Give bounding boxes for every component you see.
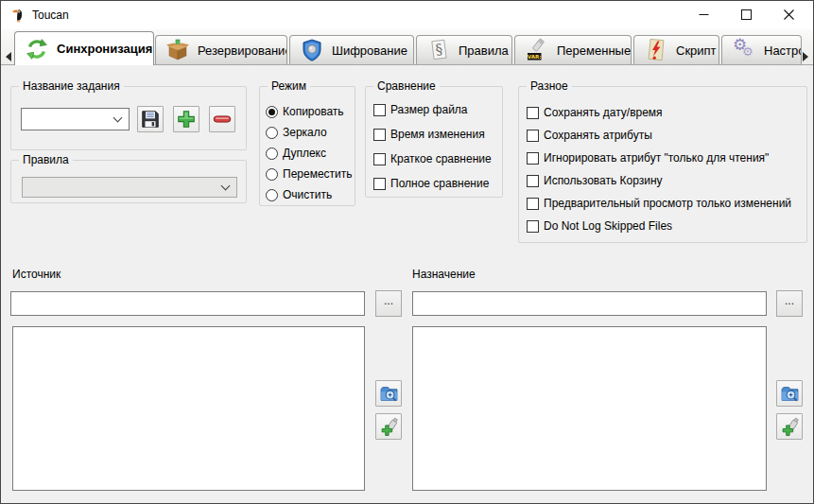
radio-button[interactable] [266,148,278,160]
radio-label: Очистить [283,188,332,201]
checkbox[interactable] [373,153,386,165]
tab-label: Резервирование [198,43,287,58]
group-comparison-label: Сравнение [373,79,440,93]
source-list[interactable] [12,326,365,491]
checkbox-label: Время изменения [390,128,485,141]
usb-add-icon [379,417,399,437]
tab-variables[interactable]: VAR: Переменные [514,35,632,64]
usb-add-icon [780,417,800,437]
radio-mode-duplex[interactable]: Дуплекс [266,144,355,163]
tab-scroll-right-icon[interactable] [800,50,811,63]
save-job-button[interactable] [137,106,164,132]
tab-label: Скрипт [676,43,717,58]
group-rules-label: Правила [19,153,73,166]
tab-label: Правила [459,43,509,58]
destination-expand-button[interactable] [776,380,803,407]
tab-label: Шифрование [332,43,407,58]
group-mode-label: Режим [268,79,310,93]
checkbox-full-compare[interactable]: Полное сравнение [373,174,502,193]
radio-label: Дуплекс [283,147,326,160]
source-expand-button[interactable] [375,380,402,407]
checkbox-ignore-readonly[interactable]: Игнорировать атрибут "только для чтения" [527,148,806,167]
destination-insert-variable-button[interactable] [776,413,803,440]
checkbox[interactable] [373,178,386,190]
radio-label: Переместить [283,167,353,181]
remove-minus-icon [212,109,233,130]
radio-button[interactable] [266,168,278,181]
checkbox-label: Игнорировать атрибут "только для чтения" [544,151,769,165]
radio-button[interactable] [266,106,278,118]
maximize-icon[interactable] [725,1,768,28]
checkbox-use-recycle-bin[interactable]: Использовать Корзину [527,171,806,190]
job-name-combobox[interactable] [21,108,130,130]
tab-script[interactable]: Скрипт [633,35,719,64]
checkbox[interactable] [373,129,386,141]
radio-mode-mirror[interactable]: Зеркало [266,123,355,142]
radio-button[interactable] [266,127,278,139]
radio-mode-copy[interactable]: Копировать [266,102,355,121]
checkbox[interactable] [527,220,539,233]
checkbox-no-log-skipped[interactable]: Do Not Log Skipped Files [527,217,806,235]
radio-mode-move[interactable]: Переместить [266,165,355,183]
tab-rules[interactable]: § Правила [416,35,512,64]
backup-box-icon [165,38,190,62]
toucan-icon[interactable] [10,8,26,23]
tab-label: Синхронизация [57,42,152,56]
folder-zoom-icon [780,384,800,404]
tab-scroll-left-icon[interactable] [3,50,14,63]
destination-path-input[interactable] [412,291,767,316]
group-comparison: Сравнение Размер файла Время изменения К… [365,86,503,198]
window-title: Toucan [32,1,69,29]
tab-bar: Синхронизация Резервирование [1,29,813,65]
radio-button[interactable] [266,189,278,201]
add-job-button[interactable] [173,106,199,132]
save-floppy-icon [140,109,161,130]
radio-mode-clean[interactable]: Очистить [266,185,355,204]
source-label: Источник [12,268,61,281]
checkbox-keep-datetime[interactable]: Сохранять дату/время [527,103,806,122]
checkbox[interactable] [527,107,539,119]
destination-list[interactable] [412,326,767,491]
svg-text:VAR:: VAR: [528,54,542,60]
checkbox-label: Do Not Log Skipped Files [544,219,672,233]
chevron-down-icon [113,113,123,122]
source-path-input[interactable] [10,291,365,316]
checkbox-file-size[interactable]: Размер файла [373,100,502,119]
chevron-down-icon [221,181,231,190]
rules-combobox[interactable] [22,177,237,198]
title-bar[interactable]: Toucan [1,1,813,29]
minimize-icon[interactable] [683,1,725,28]
close-icon[interactable] [768,1,810,28]
tab-encryption[interactable]: Шифрование [289,35,414,64]
app-window: Toucan Синхронизация [0,0,814,504]
group-job-name: Название задания [10,86,247,150]
radio-label: Зеркало [283,126,327,139]
tab-synchronization[interactable]: Синхронизация [14,31,154,65]
tab-label: Переменные [557,43,631,58]
checkbox-modified-time[interactable]: Время изменения [373,125,502,144]
checkbox-preview-changes-only[interactable]: Предварительный просмотр только изменени… [527,194,806,213]
remove-job-button[interactable] [209,106,235,132]
tab-settings[interactable]: ⚙⚙ Настро [721,35,802,64]
checkbox[interactable] [527,198,539,210]
settings-gears-icon: ⚙⚙ [732,38,756,62]
checkbox-short-compare[interactable]: Краткое сравнение [373,149,502,168]
checkbox-label: Сохранять дату/время [544,106,663,119]
checkbox[interactable] [527,130,539,142]
group-misc: Разное Сохранять дату/время Сохранять ат… [518,86,807,243]
destination-label: Назначение [412,268,476,281]
tab-backup[interactable]: Резервирование [155,35,287,64]
group-mode: Режим Копировать Зеркало Дуплекс Перемес… [259,86,355,206]
checkbox[interactable] [373,104,386,116]
source-browse-button[interactable]: ... [375,290,402,317]
add-plus-icon [176,109,197,130]
checkbox-keep-attributes[interactable]: Сохранять атрибуты [527,126,806,145]
checkbox[interactable] [527,175,539,187]
group-misc-label: Разное [527,79,572,93]
radio-label: Копировать [283,105,344,118]
rules-paper-icon: § [426,38,451,62]
checkbox-label: Использовать Корзину [544,174,663,187]
destination-browse-button[interactable]: ... [776,290,803,317]
checkbox[interactable] [527,152,539,165]
source-insert-variable-button[interactable] [375,413,402,440]
